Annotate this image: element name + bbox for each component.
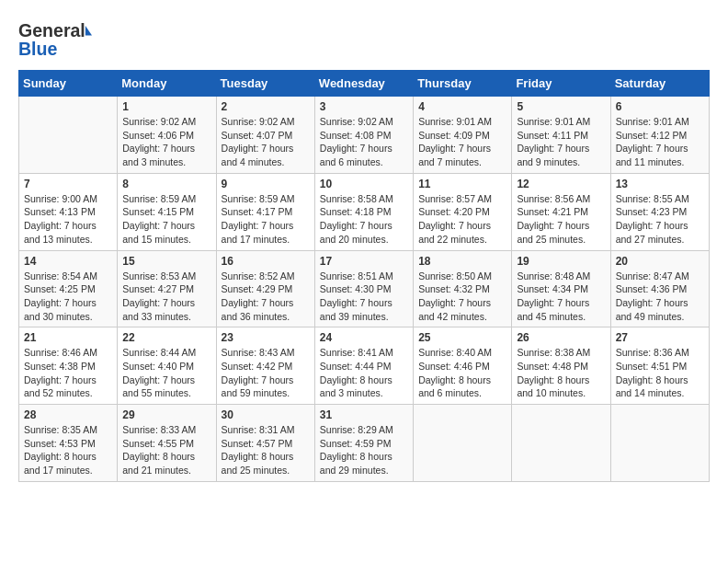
cell-info-line: Sunset: 4:51 PM — [616, 360, 704, 373]
cell-info-line: and 3 minutes. — [320, 386, 408, 400]
day-number: 8 — [122, 178, 210, 190]
cell-info-line: Sunset: 4:17 PM — [222, 205, 310, 219]
cell-info-line: Sunset: 4:06 PM — [122, 129, 210, 143]
cell-info-line: and 9 minutes. — [517, 155, 605, 169]
cell-info-line: Sunset: 4:38 PM — [24, 360, 112, 373]
cell-info-line: Sunrise: 9:01 AM — [616, 115, 704, 129]
day-number: 9 — [222, 178, 310, 190]
cell-info-line: Sunrise: 8:44 AM — [122, 346, 210, 360]
cell-info-line: Daylight: 7 hours — [517, 219, 605, 233]
calendar-cell: 2Sunrise: 9:02 AMSunset: 4:07 PMDaylight… — [216, 97, 314, 174]
header-sunday: Sunday — [19, 71, 118, 97]
cell-info-line: Daylight: 7 hours — [418, 142, 506, 155]
week-row-3: 14Sunrise: 8:54 AMSunset: 4:25 PMDayligh… — [19, 250, 710, 327]
calendar-header-row: SundayMondayTuesdayWednesdayThursdayFrid… — [19, 71, 710, 97]
cell-info-line: Daylight: 7 hours — [616, 142, 704, 155]
header-saturday: Saturday — [610, 71, 709, 97]
cell-info-line: Daylight: 7 hours — [24, 296, 112, 310]
cell-info-line: Sunset: 4:23 PM — [616, 205, 704, 219]
week-row-4: 21Sunrise: 8:46 AMSunset: 4:38 PMDayligh… — [19, 327, 710, 405]
calendar-cell: 13Sunrise: 8:55 AMSunset: 4:23 PMDayligh… — [610, 173, 709, 250]
day-number: 28 — [24, 408, 112, 421]
day-number: 31 — [320, 408, 408, 421]
day-number: 7 — [24, 178, 112, 190]
cell-info-line: and 10 minutes. — [517, 386, 605, 400]
calendar-cell: 1Sunrise: 9:02 AMSunset: 4:06 PMDaylight… — [118, 97, 216, 174]
day-number: 17 — [320, 255, 408, 268]
calendar-cell — [512, 405, 610, 482]
day-number: 25 — [418, 331, 506, 344]
header-wednesday: Wednesday — [314, 71, 413, 97]
cell-info-line: and 7 minutes. — [418, 155, 506, 169]
day-number: 11 — [418, 178, 506, 190]
cell-info-line: Sunset: 4:15 PM — [122, 205, 210, 219]
calendar-cell: 24Sunrise: 8:41 AMSunset: 4:44 PMDayligh… — [314, 327, 413, 405]
day-number: 15 — [122, 255, 210, 268]
cell-info-line: Daylight: 7 hours — [222, 142, 310, 155]
cell-info-line: Sunrise: 8:59 AM — [122, 192, 210, 206]
calendar-cell: 23Sunrise: 8:43 AMSunset: 4:42 PMDayligh… — [216, 327, 314, 405]
cell-info-line: Daylight: 7 hours — [320, 219, 408, 233]
calendar-cell: 25Sunrise: 8:40 AMSunset: 4:46 PMDayligh… — [414, 327, 512, 405]
day-number: 12 — [517, 178, 605, 190]
cell-info-line: and 3 minutes. — [122, 155, 210, 169]
day-number: 5 — [517, 100, 605, 113]
day-number: 21 — [24, 331, 112, 344]
cell-info-line: Sunset: 4:25 PM — [24, 282, 112, 296]
cell-info-line: Daylight: 8 hours — [320, 450, 408, 464]
cell-info-line: Daylight: 8 hours — [616, 373, 704, 387]
cell-info-line: Sunset: 4:12 PM — [616, 129, 704, 143]
cell-info-line: Sunset: 4:40 PM — [122, 360, 210, 373]
calendar-cell — [414, 405, 512, 482]
cell-info-line: and 14 minutes. — [616, 386, 704, 400]
cell-info-line: Daylight: 7 hours — [616, 219, 704, 233]
calendar-cell: 9Sunrise: 8:59 AMSunset: 4:17 PMDaylight… — [216, 173, 314, 250]
cell-info-line: Sunset: 4:29 PM — [222, 282, 310, 296]
cell-info-line: Daylight: 7 hours — [24, 219, 112, 233]
cell-info-line: Daylight: 7 hours — [418, 296, 506, 310]
day-number: 18 — [418, 255, 506, 268]
svg-marker-2 — [85, 26, 92, 36]
cell-info-line: Sunset: 4:57 PM — [222, 437, 310, 451]
cell-info-line: and 36 minutes. — [222, 310, 310, 324]
cell-info-line: and 42 minutes. — [418, 310, 506, 324]
cell-info-line: and 27 minutes. — [616, 233, 704, 247]
cell-info-line: Daylight: 7 hours — [122, 373, 210, 387]
calendar-cell: 8Sunrise: 8:59 AMSunset: 4:15 PMDaylight… — [118, 173, 216, 250]
day-number: 14 — [24, 255, 112, 268]
cell-info-line: Sunrise: 8:35 AM — [24, 423, 112, 437]
calendar-cell: 12Sunrise: 8:56 AMSunset: 4:21 PMDayligh… — [512, 173, 610, 250]
cell-info-line: Daylight: 7 hours — [418, 219, 506, 233]
week-row-2: 7Sunrise: 9:00 AMSunset: 4:13 PMDaylight… — [19, 173, 710, 250]
calendar-cell: 10Sunrise: 8:58 AMSunset: 4:18 PMDayligh… — [314, 173, 413, 250]
calendar-cell: 5Sunrise: 9:01 AMSunset: 4:11 PMDaylight… — [512, 97, 610, 174]
calendar-table: SundayMondayTuesdayWednesdayThursdayFrid… — [18, 70, 710, 482]
calendar-cell: 28Sunrise: 8:35 AMSunset: 4:53 PMDayligh… — [19, 405, 118, 482]
cell-info-line: Sunset: 4:46 PM — [418, 360, 506, 373]
cell-info-line: Sunrise: 9:01 AM — [418, 115, 506, 129]
header-tuesday: Tuesday — [216, 71, 314, 97]
calendar-cell: 18Sunrise: 8:50 AMSunset: 4:32 PMDayligh… — [414, 250, 512, 327]
cell-info-line: and 30 minutes. — [24, 310, 112, 324]
cell-info-line: Daylight: 8 hours — [122, 450, 210, 464]
cell-info-line: Sunrise: 8:38 AM — [517, 346, 605, 360]
cell-info-line: Sunset: 4:36 PM — [616, 282, 704, 296]
cell-info-line: Sunset: 4:53 PM — [24, 437, 112, 451]
day-number: 3 — [320, 100, 408, 113]
calendar-cell: 3Sunrise: 9:02 AMSunset: 4:08 PMDaylight… — [314, 97, 413, 174]
cell-info-line: and 6 minutes. — [418, 386, 506, 400]
cell-info-line: Sunrise: 8:47 AM — [616, 270, 704, 283]
calendar-cell: 19Sunrise: 8:48 AMSunset: 4:34 PMDayligh… — [512, 250, 610, 327]
cell-info-line: Daylight: 7 hours — [122, 142, 210, 155]
calendar-cell: 31Sunrise: 8:29 AMSunset: 4:59 PMDayligh… — [314, 405, 413, 482]
calendar-cell: 26Sunrise: 8:38 AMSunset: 4:48 PMDayligh… — [512, 327, 610, 405]
cell-info-line: and 21 minutes. — [122, 464, 210, 477]
calendar-cell: 27Sunrise: 8:36 AMSunset: 4:51 PMDayligh… — [610, 327, 709, 405]
calendar-cell: 6Sunrise: 9:01 AMSunset: 4:12 PMDaylight… — [610, 97, 709, 174]
day-number: 27 — [616, 331, 704, 344]
calendar-cell: 22Sunrise: 8:44 AMSunset: 4:40 PMDayligh… — [118, 327, 216, 405]
cell-info-line: and 17 minutes. — [24, 464, 112, 477]
cell-info-line: Daylight: 8 hours — [24, 450, 112, 464]
cell-info-line: Sunset: 4:32 PM — [418, 282, 506, 296]
cell-info-line: Daylight: 7 hours — [24, 373, 112, 387]
